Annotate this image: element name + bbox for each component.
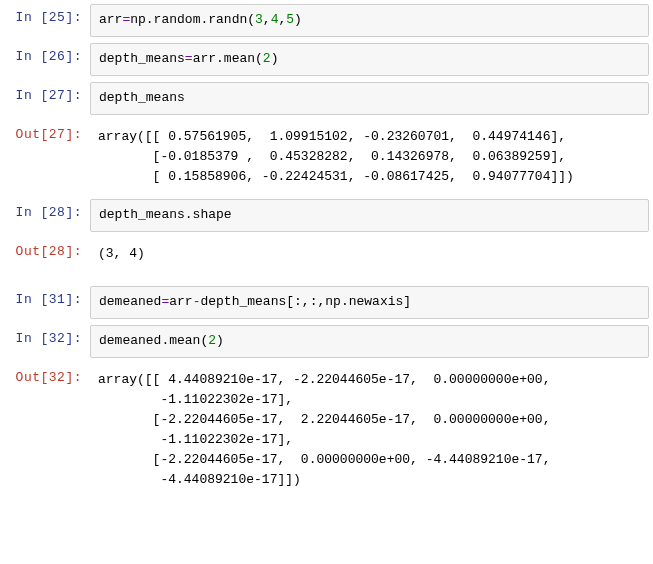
output-cell: Out[28]:(3, 4) — [0, 238, 649, 270]
output-text: array([[ 4.44089210e-17, -2.22044605e-17… — [90, 364, 649, 497]
input-cell: In [31]:demeaned=arr-depth_means[:,:,np.… — [0, 286, 649, 319]
in-prompt: In [31]: — [0, 286, 90, 307]
out-prompt: Out[32]: — [0, 364, 90, 385]
code-input[interactable]: arr=np.random.randn(3,4,5) — [90, 4, 649, 37]
input-cell: In [25]:arr=np.random.randn(3,4,5) — [0, 4, 649, 37]
code-input[interactable]: depth_means.shape — [90, 199, 649, 232]
input-cell: In [28]:depth_means.shape — [0, 199, 649, 232]
input-cell: In [32]:demeaned.mean(2) — [0, 325, 649, 358]
in-prompt: In [28]: — [0, 199, 90, 220]
out-prompt: Out[28]: — [0, 238, 90, 259]
code-input[interactable]: depth_means=arr.mean(2) — [90, 43, 649, 76]
output-cell: Out[32]:array([[ 4.44089210e-17, -2.2204… — [0, 364, 649, 497]
in-prompt: In [26]: — [0, 43, 90, 64]
in-prompt: In [32]: — [0, 325, 90, 346]
output-text: array([[ 0.57561905, 1.09915102, -0.2326… — [90, 121, 649, 193]
in-prompt: In [27]: — [0, 82, 90, 103]
input-cell: In [27]:depth_means — [0, 82, 649, 115]
input-cell: In [26]:depth_means=arr.mean(2) — [0, 43, 649, 76]
notebook-container: In [25]:arr=np.random.randn(3,4,5)In [26… — [0, 4, 649, 496]
code-input[interactable]: demeaned.mean(2) — [90, 325, 649, 358]
in-prompt: In [25]: — [0, 4, 90, 25]
spacer — [0, 276, 649, 286]
code-input[interactable]: depth_means — [90, 82, 649, 115]
output-cell: Out[27]:array([[ 0.57561905, 1.09915102,… — [0, 121, 649, 193]
code-input[interactable]: demeaned=arr-depth_means[:,:,np.newaxis] — [90, 286, 649, 319]
output-text: (3, 4) — [90, 238, 649, 270]
out-prompt: Out[27]: — [0, 121, 90, 142]
